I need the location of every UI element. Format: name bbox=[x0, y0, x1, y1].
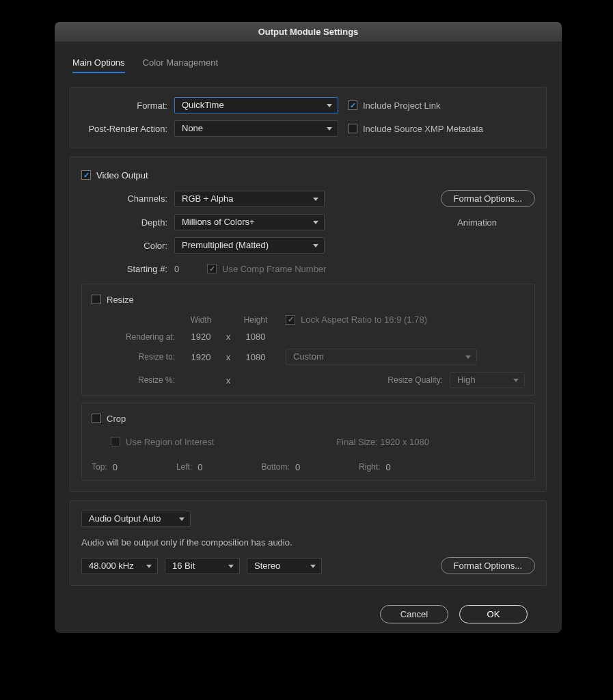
post-render-action-select[interactable]: None bbox=[174, 120, 338, 137]
rendering-width: 1920 bbox=[180, 332, 221, 342]
use-comp-frame-number-checkbox bbox=[207, 264, 217, 273]
depth-label: Depth: bbox=[81, 217, 174, 228]
audio-output-mode-value: Audio Output Auto bbox=[89, 513, 161, 524]
resize-quality-label: Resize Quality: bbox=[387, 375, 443, 385]
video-output-label: Video Output bbox=[96, 170, 148, 180]
format-label: Format: bbox=[81, 100, 174, 111]
use-comp-frame-number-label: Use Comp Frame Number bbox=[222, 264, 326, 274]
chevron-down-icon bbox=[513, 379, 519, 382]
chevron-down-icon bbox=[313, 244, 318, 247]
roi-checkbox bbox=[111, 437, 120, 446]
resize-label: Resize bbox=[107, 295, 134, 305]
cancel-button[interactable]: Cancel bbox=[380, 605, 448, 623]
dialog-footer: Cancel OK bbox=[70, 586, 547, 623]
video-output-checkbox[interactable] bbox=[81, 170, 91, 180]
starting-number-value: 0 bbox=[174, 264, 207, 274]
channels-label: Channels: bbox=[81, 193, 174, 204]
crop-top-label: Top: bbox=[92, 462, 107, 472]
audio-rate-value: 48.000 kHz bbox=[89, 561, 134, 571]
depth-value: Millions of Colors+ bbox=[182, 217, 255, 227]
tab-main-options[interactable]: Main Options bbox=[72, 57, 125, 73]
crop-label: Crop bbox=[107, 414, 126, 424]
final-size-label: Final Size: 1920 x 1080 bbox=[336, 437, 429, 447]
post-render-action-value: None bbox=[182, 123, 203, 133]
roi-label: Use Region of Interest bbox=[126, 437, 214, 447]
resize-pct-label: Resize %: bbox=[92, 375, 180, 385]
chevron-down-icon bbox=[327, 127, 332, 131]
crop-panel: Crop Use Region of Interest Final Size: … bbox=[81, 403, 535, 481]
audio-panel: Audio Output Auto Audio will be output o… bbox=[70, 500, 547, 586]
x-separator-2: x bbox=[221, 352, 235, 362]
x-separator-3: x bbox=[221, 375, 235, 386]
x-separator: x bbox=[221, 332, 235, 342]
color-value: Premultiplied (Matted) bbox=[182, 240, 269, 250]
depth-select[interactable]: Millions of Colors+ bbox=[174, 214, 325, 230]
channels-select[interactable]: RGB + Alpha bbox=[174, 191, 325, 207]
rendering-height: 1080 bbox=[235, 332, 276, 342]
rendering-at-label: Rendering at: bbox=[92, 332, 180, 342]
channels-value: RGB + Alpha bbox=[182, 193, 234, 204]
audio-note: Audio will be output only if the composi… bbox=[81, 537, 292, 548]
crop-left-value: 0 bbox=[197, 462, 202, 472]
include-project-link-checkbox[interactable] bbox=[348, 100, 357, 110]
tabs: Main Options Color Management bbox=[70, 55, 547, 79]
resize-preset-value: Custom bbox=[293, 351, 324, 362]
resize-to-height: 1080 bbox=[235, 352, 276, 362]
audio-channels-select[interactable]: Stereo bbox=[247, 558, 322, 574]
resize-panel: Resize Width Height Lock Aspect Ratio to… bbox=[81, 284, 535, 396]
resize-checkbox[interactable] bbox=[92, 295, 101, 304]
color-select[interactable]: Premultiplied (Matted) bbox=[174, 237, 325, 254]
audio-output-mode-select[interactable]: Audio Output Auto bbox=[81, 511, 191, 527]
include-xmp-checkbox[interactable] bbox=[348, 124, 357, 133]
crop-top-value: 0 bbox=[113, 462, 118, 472]
crop-bottom-label: Bottom: bbox=[262, 462, 290, 472]
format-panel: Format: QuickTime Include Project Link P… bbox=[70, 87, 547, 148]
chevron-down-icon bbox=[146, 565, 152, 568]
color-label: Color: bbox=[81, 241, 174, 251]
crop-bottom-value: 0 bbox=[295, 462, 300, 472]
crop-checkbox[interactable] bbox=[92, 414, 101, 423]
chevron-down-icon bbox=[465, 355, 471, 359]
audio-bit-value: 16 Bit bbox=[172, 561, 195, 571]
starting-number-label: Starting #: bbox=[81, 264, 174, 274]
resize-quality-value: High bbox=[457, 375, 476, 385]
codec-name: Animation bbox=[457, 217, 497, 228]
chevron-down-icon bbox=[327, 104, 332, 107]
resize-preset-select: Custom bbox=[286, 349, 477, 365]
crop-left-label: Left: bbox=[176, 462, 192, 472]
crop-right-label: Right: bbox=[359, 462, 380, 472]
include-project-link-label: Include Project Link bbox=[363, 100, 440, 111]
chevron-down-icon bbox=[313, 221, 318, 224]
format-value: QuickTime bbox=[182, 100, 224, 110]
chevron-down-icon bbox=[313, 198, 318, 201]
audio-format-options-button[interactable]: Format Options... bbox=[441, 557, 535, 574]
height-header: Height bbox=[235, 315, 276, 325]
chevron-down-icon bbox=[228, 565, 234, 568]
resize-to-label: Resize to: bbox=[92, 352, 180, 362]
chevron-down-icon bbox=[310, 565, 316, 568]
resize-quality-select: High bbox=[450, 372, 525, 388]
format-select[interactable]: QuickTime bbox=[174, 97, 338, 113]
audio-rate-select[interactable]: 48.000 kHz bbox=[81, 558, 158, 574]
output-module-settings-window: Output Module Settings Main Options Colo… bbox=[55, 22, 562, 633]
video-format-options-button[interactable]: Format Options... bbox=[441, 190, 535, 207]
audio-bit-select[interactable]: 16 Bit bbox=[165, 558, 240, 574]
video-output-panel: Video Output Channels: RGB + Alpha Forma… bbox=[70, 157, 547, 492]
include-xmp-label: Include Source XMP Metadata bbox=[363, 124, 483, 134]
width-header: Width bbox=[180, 315, 221, 325]
tab-color-management[interactable]: Color Management bbox=[143, 57, 219, 73]
audio-channels-value: Stereo bbox=[254, 561, 280, 571]
crop-right-value: 0 bbox=[385, 462, 390, 472]
window-title: Output Module Settings bbox=[55, 22, 562, 42]
resize-to-width: 1920 bbox=[180, 352, 221, 362]
ok-button[interactable]: OK bbox=[459, 605, 528, 623]
lock-aspect-label: Lock Aspect Ratio to 16:9 (1.78) bbox=[301, 314, 427, 325]
chevron-down-icon bbox=[179, 517, 185, 521]
post-render-action-label: Post-Render Action: bbox=[81, 124, 174, 134]
lock-aspect-checkbox bbox=[286, 315, 295, 325]
